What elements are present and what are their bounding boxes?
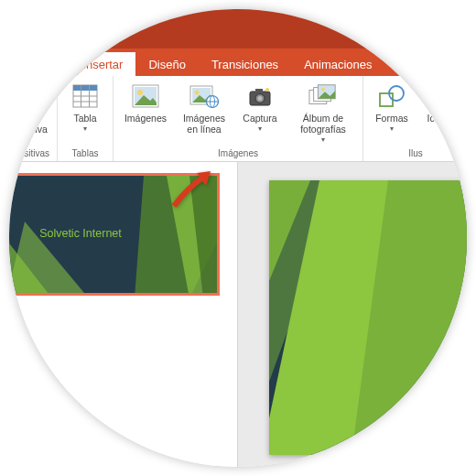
- annotation-arrow: [169, 169, 215, 214]
- photo-album-button[interactable]: Álbum de fotografías ▾: [289, 80, 357, 144]
- shapes-icon: [377, 81, 406, 111]
- tab-diseno[interactable]: Diseño: [135, 52, 198, 76]
- group-label-tablas: Tablas: [72, 146, 99, 160]
- svg-rect-29: [380, 93, 393, 106]
- svg-point-13: [137, 90, 143, 95]
- chevron-down-icon: ▾: [258, 124, 262, 133]
- group-imagenes: Imágenes Imágenes en línea Captura ▾: [114, 76, 363, 161]
- ribbon-tabs: Inicio Insertar Diseño Transiciones Anim…: [9, 49, 467, 76]
- svg-rect-23: [255, 89, 263, 92]
- icons-icon: [427, 81, 456, 111]
- svg-point-22: [258, 96, 263, 101]
- chevron-down-icon: ▾: [321, 135, 325, 144]
- table-icon: [70, 81, 100, 111]
- screenshot-label: Captura: [243, 113, 276, 124]
- screenshot-icon: [245, 81, 275, 111]
- slide-title-text: Solvetic Internet: [39, 227, 122, 240]
- slideshow-icon[interactable]: [115, 12, 135, 32]
- group-label-ilus: Ilus: [408, 146, 423, 160]
- title-bar: [9, 9, 467, 49]
- screenshot-button[interactable]: Captura ▾: [236, 80, 284, 133]
- picture-icon: [131, 81, 160, 111]
- svg-point-28: [321, 88, 325, 92]
- app-window: Inicio Insertar Diseño Transiciones Anim…: [9, 9, 467, 467]
- workspace: 1 Solvetic Internet: [9, 162, 467, 467]
- current-slide[interactable]: [269, 180, 467, 455]
- images-label: Imágenes: [124, 113, 167, 124]
- online-images-label: Imágenes en línea: [183, 113, 225, 135]
- svg-point-24: [265, 88, 269, 92]
- shapes-label: Formas: [375, 113, 408, 124]
- icons-label: Iconos: [427, 113, 456, 124]
- tab-inicio[interactable]: Inicio: [16, 52, 70, 76]
- photo-album-label: Álbum de fotografías: [300, 113, 346, 135]
- group-tablas: Tabla ▾ Tablas: [58, 76, 114, 161]
- svg-rect-4: [27, 96, 38, 107]
- svg-rect-3: [16, 94, 29, 96]
- svg-rect-6: [73, 85, 97, 91]
- viewport-circle: Inicio Insertar Diseño Transiciones Anim…: [9, 9, 467, 467]
- images-button[interactable]: Imágenes: [119, 80, 172, 124]
- tab-more[interactable]: P: [385, 52, 419, 76]
- undo-icon[interactable]: [82, 12, 103, 32]
- tab-insertar[interactable]: Insertar: [70, 52, 135, 76]
- online-images-button[interactable]: Imágenes en línea: [178, 80, 231, 135]
- photo-album-icon: [308, 81, 338, 111]
- group-diapositivas: Nueva diapositiva ▾ Diapositivas: [9, 76, 58, 161]
- shapes-button[interactable]: Formas ▾: [369, 80, 415, 133]
- new-slide-icon: [10, 81, 39, 111]
- svg-rect-0: [119, 16, 133, 25]
- ribbon: Nueva diapositiva ▾ Diapositivas Tabla ▾…: [9, 76, 467, 162]
- icons-button[interactable]: Iconos: [420, 80, 462, 124]
- slide-editor-pane[interactable]: [238, 162, 467, 467]
- chevron-down-icon: ▾: [83, 124, 87, 133]
- table-button[interactable]: Tabla ▾: [63, 80, 107, 133]
- tab-animaciones[interactable]: Animaciones: [291, 52, 384, 76]
- online-picture-icon: [189, 81, 219, 111]
- group-label-imagenes: Imágenes: [218, 146, 258, 160]
- svg-rect-2: [16, 91, 29, 92]
- new-slide-button[interactable]: Nueva diapositiva ▾: [9, 80, 51, 144]
- svg-rect-1: [13, 87, 33, 103]
- svg-point-16: [195, 91, 200, 95]
- group-label-diapositivas: Diapositivas: [9, 146, 49, 160]
- group-ilustraciones: Formas ▾ Iconos Ilus: [363, 76, 467, 161]
- tab-transiciones[interactable]: Transiciones: [199, 52, 291, 76]
- chevron-down-icon: ▾: [23, 135, 27, 144]
- chevron-down-icon: ▾: [390, 124, 394, 133]
- table-label: Tabla: [73, 113, 96, 124]
- qat-more-icon[interactable]: [148, 12, 161, 32]
- new-slide-label: Nueva diapositiva: [9, 113, 48, 135]
